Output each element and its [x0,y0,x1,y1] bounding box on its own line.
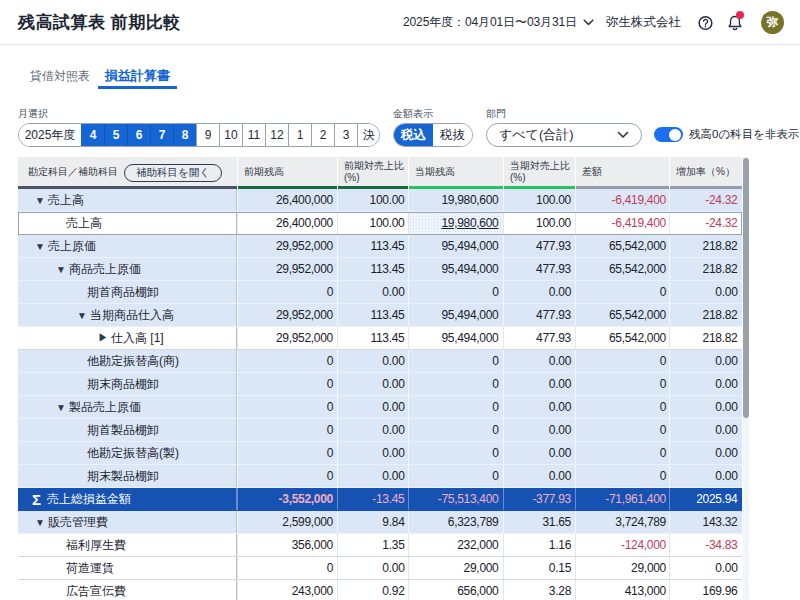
value-text: 0.00 [382,285,404,299]
value-cell: 477.93 [503,304,575,326]
value-text: 0 [660,377,666,391]
month-cell-8[interactable]: 8 [173,124,196,146]
value-cell: 29,952,000 [237,258,337,280]
tab-bar: 貸借対照表 損益計算書 [0,46,800,89]
month-cell-4[interactable]: 4 [81,124,104,146]
value-text: 477.93 [536,308,571,322]
table-row-期末商品棚卸[interactable]: 期末商品棚卸00.0000.0000.00 [18,373,742,396]
month-cell-7[interactable]: 7 [150,124,173,146]
notifications-button[interactable] [727,12,743,34]
month-cell-10[interactable]: 10 [219,124,242,146]
value-text: 19,980,600 [441,193,498,207]
month-cell-12[interactable]: 12 [265,124,288,146]
table-row-売上原価[interactable]: ▼売上原価29,952,000113.4595,494,000477.9365,… [18,235,742,258]
table-row-当期商品仕入高[interactable]: ▼当期商品仕入高29,952,000113.4595,494,000477.93… [18,304,742,327]
table-row-売上高[interactable]: 売上高26,400,000100.0019,980,600100.00-6,41… [18,212,742,235]
table-row-荷造運賃[interactable]: 荷造運賃00.0029,0000.1529,0000.00 [18,557,742,580]
account-name-cell: ▶仕入高 [1] [18,327,237,349]
month-cell-決[interactable]: 決 [357,124,380,146]
table-row-販売管理費[interactable]: ▼販売管理費2,599,0009.846,323,78931.653,724,7… [18,511,742,534]
avatar[interactable]: 弥 [761,11,784,34]
tab-income-statement[interactable]: 損益計算書 [98,46,177,89]
expand-triangle-icon[interactable]: ▶ [98,331,107,345]
month-cell-1[interactable]: 1 [288,124,311,146]
value-cell: 0 [237,419,337,441]
collapse-triangle-icon[interactable]: ▼ [35,195,44,206]
value-text: 100.00 [370,216,405,230]
table-row-他勘定振替高(商)[interactable]: 他勘定振替高(商)00.0000.0000.00 [18,350,742,373]
month-cell-3[interactable]: 3 [334,124,357,146]
value-cell: 3.28 [503,580,575,600]
help-button[interactable] [698,13,713,33]
collapse-triangle-icon[interactable]: ▼ [35,241,44,252]
tax-excluded-button[interactable]: 税抜 [433,124,472,146]
value-text: 100.00 [536,193,571,207]
value-text: 0 [327,469,333,483]
value-cell: 0 [575,373,669,395]
value-cell: 65,542,000 [575,304,669,326]
table-row-仕入高 [1][interactable]: ▶仕入高 [1]29,952,000113.4595,494,000477.93… [18,327,742,350]
value-text: 0 [327,285,333,299]
month-cell-11[interactable]: 11 [242,124,265,146]
collapse-triangle-icon[interactable]: ▼ [56,264,65,275]
value-cell: 0 [237,465,337,487]
value-cell: 413,000 [575,580,669,600]
value-cell: 100.00 [337,189,408,211]
value-cell: 0 [408,419,503,441]
value-cell: 0 [575,442,669,464]
collapse-triangle-icon[interactable]: ▼ [35,517,44,528]
value-text: 0.00 [549,285,571,299]
value-text: 0.00 [382,400,404,414]
table-row-売上高[interactable]: ▼売上高26,400,000100.0019,980,600100.00-6,4… [18,189,742,212]
account-name: 期首製品棚卸 [87,422,159,439]
value-text: 0 [327,400,333,414]
value-text: 0 [492,423,498,437]
scrollbar-thumb[interactable] [743,158,749,418]
value-text: 29,952,000 [276,262,333,276]
table-row-商品売上原価[interactable]: ▼商品売上原価29,952,000113.4595,494,000477.936… [18,258,742,281]
fiscal-period-selector[interactable]: 2025年度：04月01日〜03月31日 [403,14,594,31]
value-text: 0.00 [715,377,737,391]
value-text: 0 [660,423,666,437]
tab-balance-sheet[interactable]: 貸借対照表 [22,46,98,89]
table-row-期末製品棚卸[interactable]: 期末製品棚卸00.0000.0000.00 [18,465,742,488]
hide-zero-toggle[interactable] [654,127,683,142]
column-header-0: 勘定科目／補助科目補助科目を開く [18,157,237,186]
value-cell: 356,000 [237,534,337,556]
value-cell: -13.45 [337,488,408,510]
help-icon [698,15,713,31]
table-row-福利厚生費[interactable]: 福利厚生費356,0001.35232,0001.16-124,000-34.8… [18,534,742,557]
tax-included-button[interactable]: 税込 [394,124,433,146]
value-text: 0 [660,469,666,483]
table-row-期首製品棚卸[interactable]: 期首製品棚卸00.0000.0000.00 [18,419,742,442]
value-cell: 0.00 [669,442,742,464]
month-cell-2[interactable]: 2 [311,124,334,146]
value-text: 2,599,000 [282,515,333,529]
collapse-triangle-icon[interactable]: ▼ [56,402,65,413]
value-cell[interactable]: 19,980,600 [408,212,503,234]
table-row-他勘定振替高(製)[interactable]: 他勘定振替高(製)00.0000.0000.00 [18,442,742,465]
department-select[interactable]: すべて(合計) [486,123,642,147]
table-row-期首商品棚卸[interactable]: 期首商品棚卸00.0000.0000.00 [18,281,742,304]
value-text: 0 [327,446,333,460]
value-cell: 218.82 [669,327,742,349]
value-cell: 0 [575,281,669,303]
value-cell: 0 [237,373,337,395]
table-row-広告宣伝費[interactable]: 広告宣伝費243,0000.92656,0003.28413,000169.96 [18,580,742,600]
collapse-triangle-icon[interactable]: ▼ [77,310,86,321]
value-text: 0 [660,285,666,299]
value-cell: 0 [237,442,337,464]
month-cell-5[interactable]: 5 [104,124,127,146]
month-cell-9[interactable]: 9 [196,124,219,146]
table-row-製品売上原価[interactable]: ▼製品売上原価00.0000.0000.00 [18,396,742,419]
month-cell-2025年度[interactable]: 2025年度 [19,124,81,146]
month-cell-6[interactable]: 6 [127,124,150,146]
value-cell: 95,494,000 [408,235,503,257]
table-scrollbar[interactable] [743,157,749,600]
tax-filter-label: 金額表示 [393,107,433,121]
value-text: 3,724,789 [615,515,666,529]
value-cell: 95,494,000 [408,304,503,326]
table-row-売上総損益金額[interactable]: Σ売上総損益金額-3,552,000-13.45-75,513,400-377.… [18,488,742,511]
open-sub-accounts-button[interactable]: 補助科目を開く [124,164,222,182]
value-cell: 0.00 [503,442,575,464]
